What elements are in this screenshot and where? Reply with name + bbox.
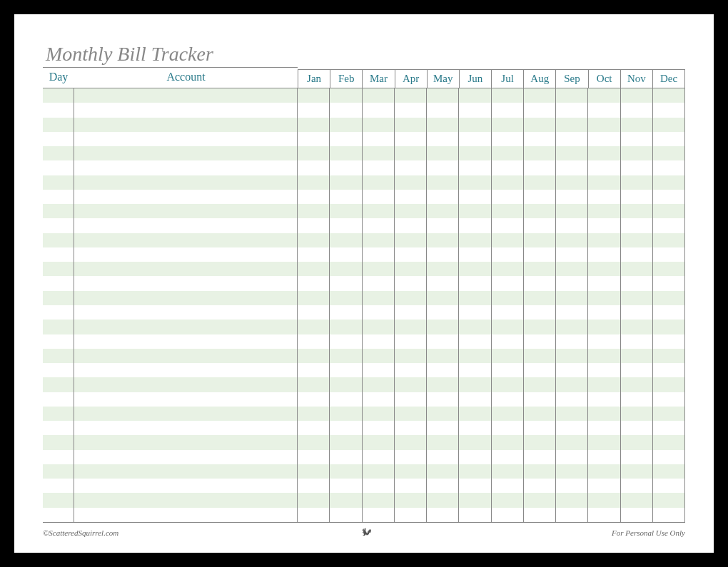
month-cell: [653, 435, 685, 449]
month-header-sep: Sep: [555, 70, 587, 88]
day-cell: [43, 291, 74, 305]
month-cell: [395, 421, 427, 435]
month-cell: [492, 407, 524, 421]
month-cell: [363, 508, 395, 522]
month-cell: [524, 160, 556, 175]
month-cell: [621, 508, 653, 522]
month-cell: [524, 508, 556, 522]
month-cell: [427, 407, 459, 421]
month-cell: [427, 276, 459, 290]
month-cell: [492, 88, 524, 103]
month-cell: [556, 464, 588, 479]
month-cell: [395, 464, 427, 479]
month-cell: [492, 218, 524, 233]
month-cell: [298, 247, 330, 262]
month-cell: [653, 146, 685, 160]
table-row: [43, 377, 685, 392]
month-cell: [621, 320, 653, 334]
day-cell: [43, 450, 74, 464]
month-cell: [524, 146, 556, 160]
title-area: Monthly Bill Tracker Day Account: [43, 43, 298, 88]
month-cell: [459, 175, 491, 190]
month-cell: [588, 493, 620, 507]
month-cell: [588, 377, 620, 392]
table-row: [43, 493, 685, 507]
month-cell: [395, 132, 427, 146]
month-cell: [395, 160, 427, 175]
month-cell: [427, 190, 459, 204]
month-cell: [427, 493, 459, 507]
month-cell: [330, 493, 362, 507]
month-cell: [524, 218, 556, 233]
month-cell: [330, 305, 362, 320]
month-cell: [524, 103, 556, 117]
month-cell: [395, 204, 427, 218]
month-cell: [621, 421, 653, 435]
month-cell: [653, 160, 685, 175]
tracker-grid: [43, 88, 685, 523]
month-cell: [621, 204, 653, 218]
day-cell: [43, 146, 74, 160]
month-cell: [492, 349, 524, 363]
month-cell: [330, 276, 362, 290]
month-cell: [459, 132, 491, 146]
month-cell: [492, 320, 524, 334]
account-cell: [74, 377, 298, 392]
month-cell: [556, 132, 588, 146]
month-cell: [363, 493, 395, 507]
month-cell: [492, 464, 524, 479]
table-row: [43, 334, 685, 349]
account-cell: [74, 450, 298, 464]
month-cell: [363, 291, 395, 305]
account-column-header: Account: [74, 68, 298, 86]
month-cell: [395, 450, 427, 464]
month-cell: [492, 204, 524, 218]
table-row: [43, 291, 685, 305]
month-cell: [621, 450, 653, 464]
month-cell: [524, 435, 556, 449]
month-cell: [621, 160, 653, 175]
table-row: [43, 349, 685, 363]
month-cell: [524, 190, 556, 204]
month-cell: [363, 407, 395, 421]
month-cell: [588, 305, 620, 320]
month-cell: [621, 146, 653, 160]
month-cell: [395, 175, 427, 190]
month-cell: [492, 262, 524, 276]
month-cell: [330, 247, 362, 262]
table-row: [43, 464, 685, 479]
month-cell: [363, 190, 395, 204]
account-cell: [74, 334, 298, 349]
table-row: [43, 363, 685, 377]
month-cell: [588, 146, 620, 160]
month-cell: [492, 305, 524, 320]
month-cell: [427, 435, 459, 449]
month-cell: [427, 392, 459, 407]
month-cell: [427, 146, 459, 160]
month-cell: [459, 88, 491, 103]
day-cell: [43, 320, 74, 334]
month-cell: [330, 262, 362, 276]
month-cell: [524, 175, 556, 190]
account-cell: [74, 435, 298, 449]
month-cell: [395, 276, 427, 290]
account-cell: [74, 305, 298, 320]
month-cell: [621, 218, 653, 233]
day-cell: [43, 132, 74, 146]
month-cell: [363, 305, 395, 320]
month-cell: [459, 276, 491, 290]
month-cell: [298, 233, 330, 247]
month-cell: [556, 204, 588, 218]
month-cell: [427, 479, 459, 493]
month-cell: [621, 464, 653, 479]
month-cell: [556, 247, 588, 262]
month-cell: [298, 305, 330, 320]
month-cell: [298, 88, 330, 103]
month-cell: [363, 421, 395, 435]
month-cell: [427, 508, 459, 522]
month-cell: [588, 88, 620, 103]
day-cell: [43, 464, 74, 479]
day-cell: [43, 175, 74, 190]
month-cell: [621, 435, 653, 449]
account-cell: [74, 233, 298, 247]
